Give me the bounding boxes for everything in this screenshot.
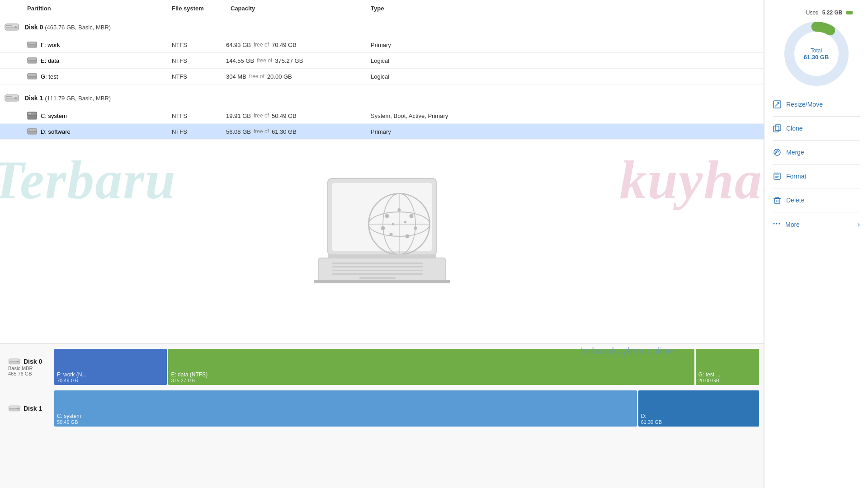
svg-rect-59 [774, 198, 780, 203]
used-dot [846, 11, 853, 14]
capacity-d-software: 56.08 GB free of 61.30 GB [226, 128, 371, 135]
svg-point-48 [17, 408, 19, 409]
svg-rect-7 [28, 58, 37, 61]
action-list: Resize/Move Clone [764, 94, 868, 235]
type-f-work: Primary [371, 42, 470, 48]
delete-label: Delete [786, 197, 804, 204]
total-label: Total [804, 47, 829, 54]
divider-2 [773, 140, 860, 141]
more-left: More [773, 220, 800, 229]
partition-name-f-work: F: work [41, 42, 60, 48]
action-format[interactable]: Format [768, 166, 864, 186]
total-value: 61.30 GB [804, 54, 829, 61]
filesystem-c-system: NTFS [172, 113, 226, 119]
disk0-info: (465.76 GB, Basic, MBR) [45, 24, 111, 31]
type-e-data: Logical [371, 57, 470, 64]
disk0-seg-f-label: F: work (N... [57, 371, 164, 378]
donut-chart: Total 61.30 GB [780, 18, 853, 90]
row-g-test[interactable]: G: test NTFS 304 MB free of 20.00 GB Log… [0, 69, 764, 84]
row-d-software[interactable]: D: software NTFS 56.08 GB free of 61.30 … [0, 124, 764, 140]
disk0-map-name: Disk 0 [8, 357, 51, 366]
col-header-type: Type [371, 5, 470, 12]
row-c-system[interactable]: C: system NTFS 19.91 GB free of 50.49 GB… [0, 108, 764, 124]
svg-rect-9 [28, 74, 37, 76]
action-resize[interactable]: Resize/Move [768, 94, 864, 114]
action-delete[interactable]: Delete [768, 190, 864, 210]
format-label: Format [786, 173, 806, 180]
merge-icon [773, 148, 782, 157]
svg-rect-18 [28, 129, 37, 131]
partition-name-d-software: D: software [41, 128, 71, 135]
svg-rect-3 [6, 25, 12, 26]
resize-label: Resize/Move [786, 101, 823, 108]
row-e-data[interactable]: E: data NTFS 144.55 GB free of 375.27 GB… [0, 53, 764, 69]
disk0-map-size: 465.76 GB [8, 371, 51, 376]
disk1-map-row: Disk 1 C: system 50.49 GB D: 61.30 GB [5, 390, 759, 427]
action-clone[interactable]: Clone [768, 118, 864, 138]
filesystem-f-work: NTFS [172, 42, 226, 48]
resize-icon [773, 100, 782, 109]
disk0-seg-e[interactable]: E: data (NTFS) 375.27 GB [168, 349, 694, 385]
chevron-right-icon: › [858, 221, 860, 229]
disk0-seg-f-size: 70.49 GB [57, 378, 164, 383]
col-header-filesystem: File system [172, 5, 226, 12]
disk0-map-bars: F: work (N... 70.49 GB E: data (NTFS) 37… [54, 349, 759, 385]
disk1-map-label: Disk 1 [5, 390, 54, 427]
filesystem-d-software: NTFS [172, 128, 226, 135]
disk1-map-bars: C: system 50.49 GB D: 61.30 GB [54, 390, 759, 427]
disk0-seg-g-label: G: test ... [698, 371, 756, 378]
disk1-label: Disk 1 [24, 94, 43, 102]
right-panel: Used 5.22 GB Total 61.30 GB [764, 0, 868, 488]
disk0-seg-e-label: E: data (NTFS) [171, 371, 691, 378]
more-label: More [785, 221, 800, 228]
svg-rect-16 [28, 113, 31, 114]
divider-1 [773, 116, 860, 117]
capacity-c-system: 19.91 GB free of 50.49 GB [226, 113, 371, 119]
disk1-seg-d-size: 61.30 GB [641, 419, 756, 425]
row-f-work[interactable]: F: work NTFS 64.93 GB free of 70.49 GB P… [0, 37, 764, 53]
capacity-g-test: 304 MB free of 20.00 GB [226, 73, 371, 80]
format-icon [773, 172, 782, 181]
disk0-header: Disk 0 (465.76 GB, Basic, MBR) [0, 17, 764, 37]
disk0-seg-e-size: 375.27 GB [171, 378, 691, 383]
filesystem-g-test: NTFS [172, 73, 226, 80]
capacity-f-work: 64.93 GB free of 70.49 GB [226, 42, 371, 48]
filesystem-e-data: NTFS [172, 57, 226, 64]
partition-name-e-data: E: data [41, 57, 59, 64]
disk1-icon [5, 93, 21, 103]
type-g-test: Logical [371, 73, 470, 80]
disk0-map-label: Disk 0 Basic MBR 465.76 GB [5, 349, 54, 385]
disk0-map-row: Disk 0 Basic MBR 465.76 GB F: work (N...… [5, 349, 759, 385]
svg-point-45 [17, 361, 19, 362]
col-header-partition: Partition [0, 5, 172, 12]
disk1-seg-d[interactable]: D: 61.30 GB [638, 390, 759, 427]
used-label: Used [806, 9, 819, 16]
disk0-seg-g[interactable]: G: test ... 20.00 GB [696, 349, 759, 385]
col-header-capacity: Capacity [226, 5, 371, 12]
capacity-e-data: 144.55 GB free of 375.27 GB [226, 57, 371, 64]
action-merge[interactable]: Merge [768, 142, 864, 162]
svg-rect-13 [6, 96, 12, 97]
type-d-software: Primary [371, 128, 470, 135]
delete-icon [773, 196, 782, 205]
more-icon [773, 220, 781, 229]
partition-name-g-test: G: test [41, 73, 58, 80]
disk1-seg-c[interactable]: C: system 50.49 GB [54, 390, 637, 427]
disk1-seg-d-label: D: [641, 413, 756, 419]
divider-4 [773, 188, 860, 188]
disk0-seg-f[interactable]: F: work (N... 70.49 GB [54, 349, 167, 385]
svg-rect-53 [775, 125, 781, 131]
action-more[interactable]: More › [768, 214, 864, 235]
svg-rect-52 [774, 126, 779, 132]
partition-name-c-system: C: system [41, 113, 67, 119]
disk0-seg-g-size: 20.00 GB [698, 378, 756, 383]
type-c-system: System, Boot, Active, Primary [371, 113, 470, 119]
clone-label: Clone [786, 125, 803, 132]
table-header: Partition File system Capacity Type [0, 0, 764, 17]
divider-5 [773, 212, 860, 212]
svg-rect-5 [28, 42, 37, 45]
svg-point-63 [774, 223, 775, 225]
used-value: 5.22 GB [822, 9, 843, 16]
svg-point-2 [15, 26, 17, 28]
disk1-seg-c-label: C: system [57, 413, 634, 419]
